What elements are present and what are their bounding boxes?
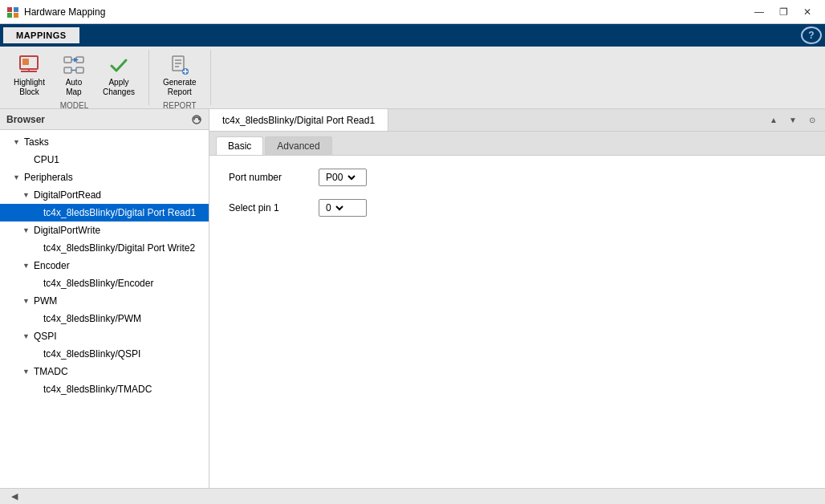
tasks-label: Tasks bbox=[24, 136, 209, 148]
ribbon-tab-bar: MAPPINGS ? bbox=[0, 24, 825, 47]
ribbon-toolbar: HighlightBlock AutoMap bbox=[0, 47, 825, 109]
title-bar: Hardware Mapping — ❐ ✕ bbox=[0, 0, 825, 24]
tree-item-dig-write-item[interactable]: tc4x_8ledsBlinky/Digital Port Write2 bbox=[0, 239, 209, 257]
highlight-block-button[interactable]: HighlightBlock bbox=[6, 50, 52, 101]
browser-content: ▼ Tasks CPU1 ▼ Peripherals ▼ DigitalPort… bbox=[0, 130, 209, 488]
generate-report-button[interactable]: GenerateReport bbox=[156, 50, 204, 101]
model-group-label: MODEL bbox=[60, 101, 89, 112]
report-group-label: REPORT bbox=[163, 101, 197, 112]
tree-item-pwm-item[interactable]: tc4x_8ledsBlinky/PWM bbox=[0, 310, 209, 327]
port-number-row: Port number P00 P01 P02 P10 bbox=[229, 169, 806, 186]
cpu1-label: CPU1 bbox=[34, 154, 209, 165]
report-group: GenerateReport REPORT bbox=[149, 50, 211, 105]
digitalportread-label: DigitalPortRead bbox=[34, 189, 209, 201]
port-number-select-wrapper[interactable]: P00 P01 P02 P10 bbox=[319, 169, 367, 186]
pwm-item-label: tc4x_8ledsBlinky/PWM bbox=[43, 313, 209, 324]
apply-changes-label: ApplyChanges bbox=[103, 78, 135, 97]
tree-item-encoder[interactable]: ▼ Encoder bbox=[0, 257, 209, 274]
tree-item-tasks[interactable]: ▼ Tasks bbox=[0, 133, 209, 151]
tree-item-encoder-item[interactable]: tc4x_8ledsBlinky/Encoder bbox=[0, 274, 209, 292]
digitalportread-arrow: ▼ bbox=[22, 191, 34, 199]
tree-item-tmadc-item[interactable]: tc4x_8ledsBlinky/TMADC bbox=[0, 380, 209, 398]
window-title: Hardware Mapping bbox=[24, 6, 743, 18]
report-group-items: GenerateReport bbox=[156, 50, 204, 101]
svg-rect-10 bbox=[64, 67, 71, 73]
help-button[interactable]: ? bbox=[801, 26, 822, 44]
status-scroll-left[interactable]: ◀ bbox=[6, 491, 22, 502]
tree-item-peripherals[interactable]: ▼ Peripherals bbox=[0, 169, 209, 186]
svg-rect-0 bbox=[7, 7, 12, 12]
dig-write-label: tc4x_8ledsBlinky/Digital Port Write2 bbox=[43, 242, 209, 254]
tree-item-digitalportread[interactable]: ▼ DigitalPortRead bbox=[0, 186, 209, 204]
apply-changes-button[interactable]: ApplyChanges bbox=[96, 50, 142, 101]
config-tab-advanced[interactable]: Advanced bbox=[265, 136, 331, 155]
content-panel: tc4x_8ledsBlinky/Digital Port Read1 ▲ ▼ … bbox=[209, 109, 825, 488]
tab-scroll-up-button[interactable]: ▲ bbox=[766, 112, 782, 128]
restore-button[interactable]: ❐ bbox=[772, 2, 795, 22]
mappings-tab[interactable]: MAPPINGS bbox=[3, 27, 79, 43]
browser-title: Browser bbox=[6, 114, 45, 125]
port-number-select[interactable]: P00 P01 P02 P10 bbox=[323, 171, 358, 184]
auto-map-button[interactable]: AutoMap bbox=[55, 50, 92, 101]
tree-item-digitalportwrite[interactable]: ▼ DigitalPortWrite bbox=[0, 222, 209, 239]
svg-rect-3 bbox=[14, 13, 18, 18]
encoder-item-label: tc4x_8ledsBlinky/Encoder bbox=[43, 278, 209, 289]
highlight-block-label: HighlightBlock bbox=[14, 78, 45, 97]
tree-item-dig-read-item[interactable]: tc4x_8ledsBlinky/Digital Port Read1 bbox=[0, 204, 209, 222]
dig-read-label: tc4x_8ledsBlinky/Digital Port Read1 bbox=[43, 207, 209, 218]
encoder-arrow: ▼ bbox=[22, 262, 34, 270]
config-content: Port number P00 P01 P02 P10 Select pin 1 bbox=[209, 156, 825, 242]
apply-icon bbox=[108, 54, 130, 76]
config-area: Basic Advanced Port number P00 P01 P02 P… bbox=[209, 132, 825, 488]
tmadc-item-label: tc4x_8ledsBlinky/TMADC bbox=[43, 384, 209, 395]
select-pin-1-label: Select pin 1 bbox=[229, 202, 309, 213]
content-tab-dig-read[interactable]: tc4x_8ledsBlinky/Digital Port Read1 bbox=[209, 109, 388, 131]
content-tab-controls: ▲ ▼ ⊙ bbox=[766, 112, 825, 128]
tree-item-pwm[interactable]: ▼ PWM bbox=[0, 292, 209, 310]
window-controls: — ❐ ✕ bbox=[748, 2, 819, 22]
digitalportwrite-arrow: ▼ bbox=[22, 226, 34, 234]
tasks-arrow: ▼ bbox=[13, 138, 24, 146]
tab-scroll-down-button[interactable]: ▼ bbox=[785, 112, 801, 128]
svg-rect-1 bbox=[14, 7, 18, 12]
generate-report-label: GenerateReport bbox=[163, 78, 197, 97]
svg-rect-11 bbox=[76, 67, 83, 73]
app-icon bbox=[6, 6, 19, 18]
qspi-item-label: tc4x_8ledsBlinky/QSPI bbox=[43, 348, 209, 360]
select-pin-1-select-wrapper[interactable]: 0 1 2 3 bbox=[319, 199, 367, 217]
content-tab-label: tc4x_8ledsBlinky/Digital Port Read1 bbox=[222, 115, 375, 126]
tree-item-cpu1[interactable]: CPU1 bbox=[0, 151, 209, 169]
tab-target-button[interactable]: ⊙ bbox=[804, 112, 820, 128]
tree-item-tmadc[interactable]: ▼ TMADC bbox=[0, 363, 209, 380]
qspi-label: QSPI bbox=[34, 331, 209, 342]
tree-item-qspi-item[interactable]: tc4x_8ledsBlinky/QSPI bbox=[0, 345, 209, 363]
automap-icon bbox=[63, 54, 85, 76]
highlight-icon bbox=[18, 54, 40, 76]
encoder-label: Encoder bbox=[34, 260, 209, 271]
browser-header: Browser bbox=[0, 109, 209, 130]
svg-rect-2 bbox=[7, 13, 12, 18]
generate-icon bbox=[169, 54, 191, 76]
port-number-label: Port number bbox=[229, 172, 309, 183]
config-tabs: Basic Advanced bbox=[209, 132, 825, 156]
qspi-arrow: ▼ bbox=[22, 332, 34, 340]
tmadc-arrow: ▼ bbox=[22, 368, 34, 376]
auto-map-label: AutoMap bbox=[66, 78, 83, 97]
content-tabs: tc4x_8ledsBlinky/Digital Port Read1 ▲ ▼ … bbox=[209, 109, 825, 132]
close-button[interactable]: ✕ bbox=[796, 2, 819, 22]
pwm-label: PWM bbox=[34, 295, 209, 307]
model-group: HighlightBlock AutoMap bbox=[0, 50, 149, 105]
tmadc-label: TMADC bbox=[34, 366, 209, 377]
digitalportwrite-label: DigitalPortWrite bbox=[34, 225, 209, 236]
peripherals-label: Peripherals bbox=[24, 172, 209, 183]
peripherals-arrow: ▼ bbox=[13, 173, 24, 181]
svg-rect-5 bbox=[22, 59, 29, 65]
select-pin-1-select[interactable]: 0 1 2 3 bbox=[323, 201, 346, 214]
svg-rect-9 bbox=[76, 57, 83, 63]
minimize-button[interactable]: — bbox=[748, 2, 770, 22]
browser-sync-icon[interactable] bbox=[191, 114, 202, 125]
config-tab-basic[interactable]: Basic bbox=[216, 136, 263, 155]
tree-item-qspi[interactable]: ▼ QSPI bbox=[0, 327, 209, 345]
svg-rect-8 bbox=[64, 57, 71, 63]
browser-panel: Browser ▼ Tasks CPU1 ▼ Peripherals bbox=[0, 109, 209, 488]
